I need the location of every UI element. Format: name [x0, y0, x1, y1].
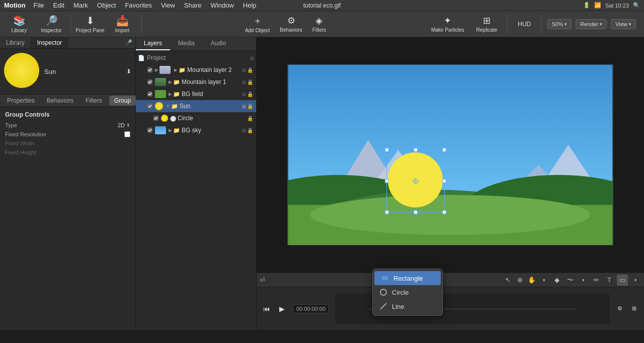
- menu-mark[interactable]: Mark: [69, 1, 92, 10]
- layer-row-sun[interactable]: ▼ 📁 Sun ⊞ 🔒: [136, 100, 256, 112]
- layer-folder-icon-bgfield: 📁: [173, 91, 180, 98]
- menu-view[interactable]: View: [157, 1, 179, 10]
- layer-check-circle[interactable]: [152, 114, 160, 122]
- play-button[interactable]: ▶: [276, 303, 288, 315]
- pan-tool-button[interactable]: ✋: [526, 275, 537, 286]
- layer-row-mountain1[interactable]: ▶ 📁 Mountain layer 1 ⊞ 🔒: [136, 76, 256, 88]
- dropdown-line[interactable]: Line: [373, 299, 442, 313]
- shape-tool-chevron[interactable]: ▾: [630, 275, 641, 286]
- replicate-button[interactable]: ⊞ Replicate: [472, 13, 502, 35]
- pen-tool-button[interactable]: ✏: [591, 275, 602, 286]
- search-menubar-icon[interactable]: 🔍: [633, 2, 640, 9]
- keyframe-button[interactable]: ◆: [551, 275, 562, 286]
- layer-expand-bgsky[interactable]: ▶: [167, 128, 173, 133]
- layers-tab-layers[interactable]: Layers: [136, 37, 170, 50]
- layer-folder-icon-mountain2: 📁: [179, 67, 186, 73]
- menu-favorites[interactable]: Favorites: [121, 1, 155, 10]
- zoom-value: 50%: [552, 21, 563, 27]
- filters-icon: ◈: [315, 15, 323, 26]
- layer-row-bgsky[interactable]: ▶ 📁 BG sky ⊞ 🔒: [136, 124, 256, 136]
- tab-library[interactable]: Library: [0, 37, 31, 48]
- layer-row-circle[interactable]: ⬤ Circle 🔒: [136, 112, 256, 124]
- svg-rect-21: [382, 276, 388, 280]
- menu-share[interactable]: Share: [180, 1, 206, 10]
- fixed-resolution-checkbox[interactable]: [124, 131, 130, 137]
- timeline-expand-button[interactable]: ⊞: [628, 303, 640, 315]
- text-tool-button[interactable]: T: [604, 275, 615, 286]
- tab-properties[interactable]: Properties: [2, 96, 40, 106]
- render-button[interactable]: Render ▾: [576, 19, 607, 29]
- layer-expand-mountain1[interactable]: ▶: [167, 79, 173, 84]
- layer-row-bgfield[interactable]: ▶ 📁 BG field ⊞ 🔒: [136, 88, 256, 100]
- layer-badge1-mountain2: ⊞: [242, 67, 246, 73]
- menu-help[interactable]: Help: [239, 1, 261, 10]
- dropdown-rectangle[interactable]: Rectangle: [374, 271, 441, 285]
- layer-thumb-mountain2: [159, 66, 171, 74]
- select-tool-button[interactable]: ↖: [502, 275, 513, 286]
- tab-inspector[interactable]: Inspector: [31, 37, 68, 48]
- motion-path-chevron[interactable]: ▾: [578, 275, 589, 286]
- motion-path-button[interactable]: 〜: [565, 275, 576, 286]
- zoom-control[interactable]: 50% ▾: [547, 19, 572, 29]
- layer-badge1-circle: 🔒: [247, 116, 253, 121]
- layer-check-mountain1[interactable]: [146, 78, 154, 86]
- layer-badge1-bgsky: ⊞: [242, 128, 246, 133]
- timeline-settings-button[interactable]: ⚙: [614, 303, 626, 315]
- layer-expand-mountain2[interactable]: ▶: [173, 67, 179, 72]
- mic-icon[interactable]: 🎤: [122, 37, 135, 48]
- rewind-button[interactable]: ⏮: [261, 303, 273, 315]
- canvas[interactable]: [287, 64, 613, 245]
- layers-tab-media[interactable]: Media: [170, 37, 203, 50]
- view-button[interactable]: View ▾: [611, 19, 636, 29]
- behaviors-button[interactable]: ⚙ Behaviors: [276, 13, 306, 35]
- menu-window[interactable]: Window: [207, 1, 238, 10]
- canvas-container[interactable]: [257, 37, 644, 273]
- layer-check-bgsky[interactable]: [146, 126, 154, 134]
- layer-name-sun: Sun: [180, 103, 241, 110]
- left-panel: Library Inspector 🎤 Sun ⬇ Properties: [0, 37, 136, 330]
- fixed-height-input[interactable]: 1080: [100, 149, 130, 155]
- layer-badge2-sun: 🔒: [247, 104, 253, 109]
- fixed-resolution-value[interactable]: [124, 131, 130, 137]
- inspector-label: Inspector: [41, 28, 61, 33]
- layer-expand-bgfield[interactable]: ▶: [167, 92, 173, 97]
- zoom-chevron-icon: ▾: [565, 22, 567, 27]
- add-object-button[interactable]: ＋ Add Object: [241, 13, 274, 35]
- menu-edit[interactable]: Edit: [49, 1, 68, 10]
- layer-check-sun[interactable]: [146, 102, 154, 110]
- fixed-height-row: Fixed Height 1080: [5, 149, 130, 155]
- replicate-icon: ⊞: [483, 15, 491, 26]
- make-particles-label: Make Particles: [431, 27, 464, 33]
- inspector-button[interactable]: 🔎 Inspector: [36, 13, 66, 35]
- layer-check-bgfield[interactable]: [146, 90, 154, 98]
- library-section: Sun ⬇ Properties Behaviors Filters Group: [0, 49, 135, 330]
- tool-chevron[interactable]: ▾: [538, 275, 549, 286]
- layer-name-mountain1: Mountain layer 1: [182, 78, 241, 85]
- add-object-label: Add Object: [245, 28, 270, 33]
- layer-badge2-mountain2: 🔒: [247, 67, 253, 73]
- layer-expand-sun[interactable]: ▼: [165, 104, 171, 109]
- tab-filters[interactable]: Filters: [80, 96, 107, 106]
- library-action-icon[interactable]: ⬇: [126, 68, 131, 75]
- tab-group[interactable]: Group: [109, 96, 136, 106]
- circle-label: Circle: [392, 289, 409, 296]
- fixed-width-input[interactable]: 1920: [100, 140, 130, 146]
- layer-check-mountain2[interactable]: [146, 66, 154, 74]
- project-row: 📄 Project ⊞: [136, 52, 256, 64]
- make-particles-button[interactable]: ✦ Make Particles: [427, 13, 468, 35]
- menu-object[interactable]: Object: [93, 1, 120, 10]
- tab-behaviors[interactable]: Behaviors: [42, 96, 78, 106]
- shape-tool-button[interactable]: ▭: [617, 275, 628, 286]
- behaviors-icon: ⚙: [287, 15, 295, 26]
- import-button[interactable]: 📥 Import: [107, 13, 137, 35]
- library-button[interactable]: 📚 Library: [4, 13, 34, 35]
- filters-button[interactable]: ◈ Filters: [308, 13, 330, 35]
- dropdown-circle[interactable]: Circle: [373, 285, 442, 299]
- layer-row-mountain2[interactable]: ▶ ▶ 📁 Mountain layer 2 ⊞ 🔒: [136, 64, 256, 76]
- layers-tab-audio[interactable]: Audio: [203, 37, 234, 50]
- svg-line-23: [380, 303, 386, 309]
- menu-file[interactable]: File: [30, 1, 48, 10]
- transform-tool-button[interactable]: ⊕: [514, 275, 525, 286]
- hud-button[interactable]: HUD: [514, 19, 535, 30]
- project-pane-button[interactable]: ⬇ Project Pane: [75, 13, 105, 35]
